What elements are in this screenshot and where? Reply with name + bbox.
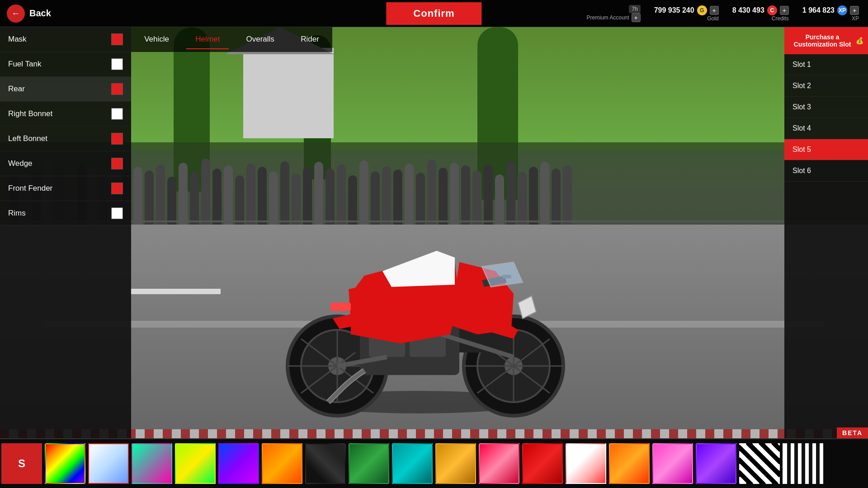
premium-time: 7h: [629, 5, 640, 13]
skin-item-13[interactable]: [566, 443, 606, 484]
premium-row: Premium Account +: [587, 13, 641, 22]
skin-item-0[interactable]: S: [1, 443, 42, 484]
upper-fairing-white: [382, 251, 455, 287]
slot-item-slot1[interactable]: Slot 1: [784, 54, 868, 75]
color-swatch-right-bonnet: [111, 108, 123, 120]
gold-label: Gold: [707, 15, 718, 22]
color-swatch-rear: [111, 83, 123, 95]
part-item-fuel-tank[interactable]: Fuel Tank: [0, 52, 131, 77]
gold-value: 799 935 240: [654, 6, 694, 14]
part-item-right-bonnet[interactable]: Right Bonnet: [0, 102, 131, 127]
skin-item-6[interactable]: [262, 443, 302, 484]
gold-block: 799 935 240 G + Gold: [654, 5, 719, 22]
motorcycle-display: [260, 156, 577, 418]
credits-row: 8 430 493 C +: [732, 5, 789, 15]
xp-value: 1 964 823: [802, 6, 835, 14]
skin-item-14[interactable]: [609, 443, 650, 484]
credits-label: Credits: [772, 15, 789, 22]
back-circle-icon: ←: [7, 5, 25, 23]
gold-icon: G: [697, 5, 707, 15]
top-right-stats: 7h Premium Account + 799 935 240 G + Gol…: [587, 5, 859, 22]
color-swatch-fuel-tank: [111, 58, 123, 70]
skin-item-11[interactable]: [479, 443, 519, 484]
part-name-fuel-tank: Fuel Tank: [8, 60, 41, 69]
slot-item-slot3[interactable]: Slot 3: [784, 97, 868, 118]
part-name-wedge: Wedge: [8, 159, 33, 168]
back-label: Back: [29, 8, 51, 19]
xp-label: XP: [852, 15, 859, 22]
part-name-left-bonnet: Left Bonnet: [8, 134, 47, 143]
left-panel: MaskFuel TankRearRight BonnetLeft Bonnet…: [0, 27, 131, 438]
skin-item-5[interactable]: [218, 443, 259, 484]
part-item-rims[interactable]: Rims: [0, 201, 131, 226]
xp-row: 1 964 823 XP +: [802, 5, 859, 15]
part-item-left-bonnet[interactable]: Left Bonnet: [0, 127, 131, 151]
xp-block: 1 964 823 XP + XP: [802, 5, 859, 22]
slot-item-slot2[interactable]: Slot 2: [784, 75, 868, 97]
color-swatch-rims: [111, 207, 123, 219]
bottom-skin-strip: S: [0, 438, 868, 488]
skin-item-15[interactable]: [652, 443, 693, 484]
credits-plus-button[interactable]: +: [780, 6, 789, 15]
skin-item-8[interactable]: [349, 443, 389, 484]
gold-plus-button[interactable]: +: [710, 6, 719, 15]
right-panel: Purchase a Customization Slot 💰 Slot 1Sl…: [784, 27, 868, 438]
skin-item-3[interactable]: [132, 443, 172, 484]
skin-item-4[interactable]: [175, 443, 216, 484]
confirm-button[interactable]: Confirm: [386, 2, 481, 25]
skin-item-16[interactable]: [696, 443, 736, 484]
skin-item-9[interactable]: [392, 443, 433, 484]
premium-plus-button[interactable]: +: [632, 13, 641, 22]
color-swatch-front-fender: [111, 183, 123, 194]
part-item-rear[interactable]: Rear: [0, 77, 131, 102]
purchase-slot-button[interactable]: Purchase a Customization Slot 💰: [784, 27, 868, 54]
xp-icon: XP: [837, 5, 847, 15]
part-item-mask[interactable]: Mask: [0, 27, 131, 52]
color-swatch-left-bonnet: [111, 133, 123, 145]
part-name-mask: Mask: [8, 35, 27, 44]
slot-item-slot6[interactable]: Slot 6: [784, 160, 868, 182]
skin-item-17[interactable]: [739, 443, 780, 484]
xp-plus-button[interactable]: +: [850, 6, 859, 15]
beta-badge: BETA: [837, 427, 868, 438]
tab-rider[interactable]: Rider: [292, 30, 328, 49]
premium-block: 7h Premium Account +: [587, 5, 641, 22]
skin-item-1[interactable]: [45, 443, 85, 484]
part-name-right-bonnet: Right Bonnet: [8, 109, 52, 118]
skin-item-2[interactable]: [88, 443, 129, 484]
part-name-front-fender: Front Fender: [8, 184, 52, 193]
top-bar: ← Back Confirm 7h Premium Account + 799 …: [0, 0, 868, 27]
skin-item-18[interactable]: [783, 443, 823, 484]
tab-vehicle[interactable]: Vehicle: [135, 30, 178, 49]
skin-item-7[interactable]: [305, 443, 346, 484]
tail-light: [330, 303, 351, 311]
purchase-slot-cost-icon: 💰: [856, 37, 863, 44]
purchase-slot-label: Purchase a Customization Slot: [789, 33, 856, 48]
house-body: [243, 48, 334, 138]
credits-value: 8 430 493: [732, 6, 764, 14]
motorcycle-svg: [260, 156, 577, 418]
part-name-rear: Rear: [8, 84, 25, 94]
slot-item-slot5[interactable]: Slot 5: [784, 139, 868, 160]
slot-item-slot4[interactable]: Slot 4: [784, 118, 868, 139]
color-swatch-wedge: [111, 158, 123, 169]
skin-item-12[interactable]: [522, 443, 563, 484]
tab-overalls[interactable]: Overalls: [237, 30, 283, 49]
tab-helmet[interactable]: Helmet: [186, 30, 229, 49]
part-item-front-fender[interactable]: Front Fender: [0, 176, 131, 201]
premium-label: Premium Account: [587, 14, 629, 21]
back-button[interactable]: ← Back: [7, 5, 51, 23]
nav-tabs: Vehicle Helmet Overalls Rider: [131, 27, 332, 52]
part-item-wedge[interactable]: Wedge: [0, 151, 131, 176]
road-marking-1: [130, 289, 221, 294]
part-name-rims: Rims: [8, 209, 26, 218]
color-swatch-mask: [111, 33, 123, 45]
credits-icon: C: [767, 5, 777, 15]
credits-block: 8 430 493 C + Credits: [732, 5, 789, 22]
skin-item-10[interactable]: [435, 443, 476, 484]
gold-row: 799 935 240 G +: [654, 5, 719, 15]
